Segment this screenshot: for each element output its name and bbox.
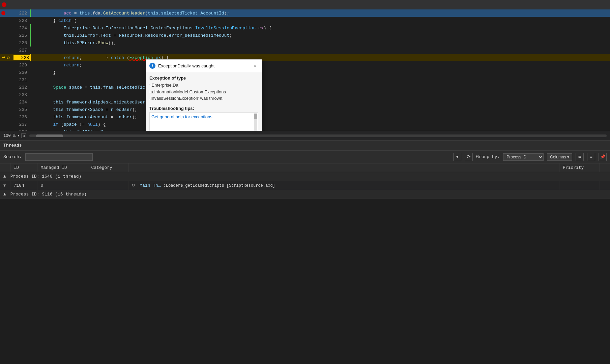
breakpoint-dot (1, 11, 5, 15)
line-content-223: } catch ( (30, 18, 610, 23)
change-bar-228 (30, 54, 31, 61)
col-header-empty2 (600, 163, 610, 172)
expand-icon-1640[interactable]: ▲ (3, 174, 6, 179)
line-content-230: } (30, 70, 610, 75)
exception-text: ‘.Enterprise.Data.InformationModel.Custo… (149, 82, 258, 102)
pin-btn[interactable]: 📌 (599, 153, 607, 161)
code-line-233: 233 (0, 91, 610, 98)
thread-empty-7104 (600, 181, 610, 190)
line-content-229: return; (30, 63, 610, 68)
window-titlebar (0, 0, 610, 9)
line-content-224: Enterprise.Data.InformationModel.CustomE… (30, 26, 610, 31)
columns-button[interactable]: Columns ▾ (547, 153, 572, 161)
line-num-229: 229 (13, 63, 30, 68)
line-num-231: 231 (13, 78, 30, 83)
line-content-232: Space space = this.fram…selectedTicket.S… (30, 85, 610, 90)
gutter-228: ⚙ (7, 55, 13, 61)
code-line-228: ⮕ ⚙ 228 return; } catch (Exception ex) { (0, 54, 610, 61)
col-header-id: ID (10, 163, 37, 172)
line-num-227: 227 (13, 48, 30, 53)
line-num-233: 233 (13, 92, 30, 97)
breakpoint-222 (0, 11, 7, 15)
threads-title: Threads (3, 143, 22, 148)
thread-flag-7104: ▼ (0, 181, 10, 190)
popup-scrollbar-thumb[interactable] (254, 114, 257, 119)
thread-action-btn[interactable]: ⟳ (465, 153, 473, 161)
general-help-link[interactable]: Get general help for exceptions. (151, 114, 213, 119)
threads-search-input[interactable] (25, 153, 93, 161)
line-num-223: 223 (13, 18, 30, 23)
filter-flag-icon[interactable]: ▼ (3, 183, 6, 188)
search-label: Search: (3, 154, 22, 159)
process-group-label-9116: ▲ Process ID: 9116 (16 threads) (0, 190, 610, 199)
scroll-left-btn[interactable]: ◂ (21, 133, 26, 138)
line-num-238: 238 (13, 129, 30, 131)
line-content-237: if (space != null) { (30, 122, 610, 127)
expand-icon-9116[interactable]: ▲ (3, 192, 6, 197)
col-header-name (128, 163, 559, 172)
info-icon: i (149, 63, 155, 69)
popup-header: i ExceptionDetail> was caught × (146, 60, 262, 72)
col-header-managed-id: Managed ID (37, 163, 88, 172)
code-line-237: 237 if (space != null) { (0, 121, 610, 128)
code-line-231: 231 (0, 76, 610, 84)
exception-label: Exception of type (149, 75, 258, 81)
thread-category-7104 (88, 181, 128, 190)
thread-name-icon: ⟳ (132, 183, 136, 188)
thread-id-7104: 7104 (10, 181, 37, 190)
zoom-dropdown-icon[interactable]: ▾ (17, 133, 20, 138)
line-num-237: 237 (13, 122, 30, 127)
process-group-label-1640: ▲ Process ID: 1640 (1 thread) (0, 172, 610, 181)
line-content-235: this.frameworkSpace = n…edUser); (30, 107, 610, 112)
col-header-category: Category (88, 163, 128, 172)
view-mode-list-btn[interactable]: ≡ (587, 153, 595, 161)
threads-table: ID Managed ID Category Priority ▲ (0, 163, 610, 199)
thread-priority-7104 (559, 181, 600, 190)
thread-row-7104: ▼ 7104 0 ⟳ Main Th… :Loader$_getLoadedSc… (0, 181, 610, 190)
change-bar-226 (30, 39, 31, 47)
code-line-230: 230 } (0, 69, 610, 76)
threads-panel-header: Threads (0, 141, 610, 151)
popup-scrollbar-v[interactable] (254, 113, 257, 131)
code-line-236: 236 this.frameworkAccount = …dUser); (0, 113, 610, 121)
threads-panel: Threads Search: ▼ ⟳ Group by: Process ID… (0, 140, 610, 199)
exception-popup: i ExceptionDetail> was caught × Exceptio… (146, 59, 262, 131)
line-num-222: 222 (13, 11, 30, 16)
code-line-227: 227 (0, 47, 610, 54)
scroll-thumb[interactable] (36, 134, 63, 137)
code-line-232: 232 Space space = this.fram…selectedTick… (0, 84, 610, 91)
line-num-234: 234 (13, 100, 30, 105)
zoom-control[interactable]: 100 % ▾ (3, 133, 20, 138)
code-line-224: 224 Enterprise.Data.InformationModel.Cus… (0, 24, 610, 32)
view-mode-tile-btn[interactable]: ⊞ (576, 153, 584, 161)
code-line-225: 225 this.lblError.Text = Resources.Resou… (0, 32, 610, 39)
process-group-row-1640: ▲ Process ID: 1640 (1 thread) (0, 172, 610, 181)
line-num-224: 224 (13, 26, 30, 31)
code-line-235: 235 this.frameworkSpace = n…edUser); (0, 106, 610, 113)
code-line-223: 223 } catch ( (0, 17, 610, 24)
indicator-228: ⮕ (0, 55, 7, 60)
zoom-value: 100 % (3, 133, 16, 138)
code-editor: 222 acc = this.fda.GetAccountHeader(this… (0, 9, 610, 131)
breakpoint-indicator (2, 2, 6, 7)
line-num-236: 236 (13, 115, 30, 120)
filter-btn[interactable]: ▼ (453, 153, 461, 161)
troubleshoot-scroll-area: Get general help for exceptions. (149, 112, 258, 131)
change-bar-225 (30, 32, 31, 39)
horizontal-scrollbar[interactable] (29, 134, 607, 137)
line-content-222: acc = this.fda.GetAccountHeader(this.sel… (30, 11, 610, 16)
line-num-232: 232 (13, 85, 30, 90)
line-content-234: this.frameworkHelpdesk…nticatedUser); (30, 100, 610, 105)
line-content-236: this.frameworkAccount = …dUser); (30, 115, 610, 120)
troubleshoot-section: Troubleshooting tips: Get general help f… (149, 106, 258, 131)
line-num-225: 225 (13, 33, 30, 38)
group-by-select[interactable]: Process ID (503, 153, 544, 161)
popup-close-button[interactable]: × (252, 62, 258, 69)
troubleshoot-title: Troubleshooting tips: (149, 106, 258, 111)
line-content-238: this.lblOfficeName… (30, 129, 610, 131)
line-content-228: return; } catch (Exception ex) { (30, 55, 610, 60)
line-content-226: this.MPError.Show(); (30, 40, 610, 46)
group-by-label: Group by: (476, 154, 500, 159)
popup-body: Exception of type ‘.Enterprise.Data.Info… (146, 72, 262, 131)
code-line-222: 222 acc = this.fda.GetAccountHeader(this… (0, 9, 610, 17)
